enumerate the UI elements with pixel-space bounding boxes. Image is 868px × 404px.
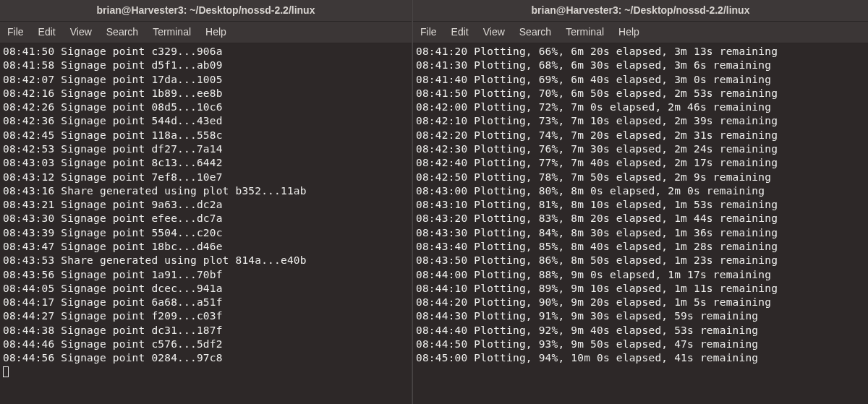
terminal-line: 08:44:10 Plotting, 89%, 9m 10s elapsed, … — [416, 282, 865, 296]
terminal-line: 08:45:00 Plotting, 94%, 10m 0s elapsed, … — [416, 351, 865, 365]
terminal-line: 08:42:40 Plotting, 77%, 7m 40s elapsed, … — [416, 156, 865, 170]
terminal-line: 08:43:47 Signage point 18bc...d46e — [3, 240, 409, 254]
terminal-line: 08:44:20 Plotting, 90%, 9m 20s elapsed, … — [416, 296, 865, 309]
terminal-line: 08:43:03 Signage point 8c13...6442 — [3, 156, 409, 170]
window-title-right: brian@Harvester3: ~/Desktop/nossd-2.2/li… — [413, 0, 868, 22]
terminal-line: 08:42:45 Signage point 118a...558c — [3, 129, 409, 142]
terminal-pane-left: brian@Harvester3: ~/Desktop/nossd-2.2/li… — [0, 0, 412, 404]
terminal-line: 08:44:50 Plotting, 93%, 9m 50s elapsed, … — [416, 338, 865, 351]
menu-edit[interactable]: Edit — [444, 26, 476, 38]
terminal-line: 08:43:50 Plotting, 86%, 8m 50s elapsed, … — [416, 254, 865, 267]
terminal-line: 08:44:46 Signage point c576...5df2 — [3, 338, 409, 351]
terminal-line: 08:42:50 Plotting, 78%, 7m 50s elapsed, … — [416, 171, 865, 184]
menu-view[interactable]: View — [63, 26, 99, 38]
menubar-left: File Edit View Search Terminal Help — [0, 22, 412, 43]
terminal-line: 08:42:36 Signage point 544d...43ed — [3, 114, 409, 128]
terminal-line: 08:43:10 Plotting, 81%, 8m 10s elapsed, … — [416, 198, 865, 212]
terminal-line: 08:42:10 Plotting, 73%, 7m 10s elapsed, … — [416, 114, 865, 128]
terminal-line: 08:44:30 Plotting, 91%, 9m 30s elapsed, … — [416, 309, 865, 323]
terminal-line: 08:42:00 Plotting, 72%, 7m 0s elapsed, 2… — [416, 100, 865, 114]
terminal-line: 08:43:30 Plotting, 84%, 8m 30s elapsed, … — [416, 226, 865, 240]
terminal-line: 08:42:26 Signage point 08d5...10c6 — [3, 100, 409, 114]
terminal-line: 08:41:20 Plotting, 66%, 6m 20s elapsed, … — [416, 45, 865, 59]
menu-edit[interactable]: Edit — [31, 26, 63, 38]
terminal-line: 08:41:50 Plotting, 70%, 6m 50s elapsed, … — [416, 87, 865, 100]
menu-help[interactable]: Help — [611, 26, 647, 38]
terminal-line: 08:43:00 Plotting, 80%, 8m 0s elapsed, 2… — [416, 184, 865, 198]
menu-terminal[interactable]: Terminal — [558, 26, 611, 38]
terminal-line: 08:43:12 Signage point 7ef8...10e7 — [3, 171, 409, 184]
cursor-icon — [3, 366, 9, 377]
terminal-line: 08:44:38 Signage point dc31...187f — [3, 324, 409, 338]
terminal-line: 08:41:30 Plotting, 68%, 6m 30s elapsed, … — [416, 59, 865, 72]
terminal-line: 08:44:00 Plotting, 88%, 9m 0s elapsed, 1… — [416, 268, 865, 282]
menu-view[interactable]: View — [476, 26, 512, 38]
terminal-line: 08:43:16 Share generated using plot b352… — [3, 184, 409, 198]
terminal-line: 08:43:56 Signage point 1a91...70bf — [3, 268, 409, 282]
terminal-output-left[interactable]: 08:41:50 Signage point c329...906a08:41:… — [0, 43, 412, 404]
terminal-line: 08:43:20 Plotting, 83%, 8m 20s elapsed, … — [416, 212, 865, 225]
terminal-line: 08:44:17 Signage point 6a68...a51f — [3, 296, 409, 309]
terminal-line: 08:44:56 Signage point 0284...97c8 — [3, 351, 409, 365]
terminal-output-right[interactable]: 08:41:20 Plotting, 66%, 6m 20s elapsed, … — [413, 43, 868, 404]
terminal-line: 08:41:40 Plotting, 69%, 6m 40s elapsed, … — [416, 73, 865, 87]
menu-help[interactable]: Help — [198, 26, 234, 38]
terminal-line: 08:43:30 Signage point efee...dc7a — [3, 212, 409, 225]
menu-file[interactable]: File — [419, 26, 444, 38]
terminal-line: 08:41:50 Signage point c329...906a — [3, 45, 409, 59]
terminal-line: 08:42:07 Signage point 17da...1005 — [3, 73, 409, 87]
menu-search[interactable]: Search — [512, 26, 558, 38]
menubar-right: File Edit View Search Terminal Help — [413, 22, 868, 43]
menu-search[interactable]: Search — [99, 26, 145, 38]
terminal-pane-right: brian@Harvester3: ~/Desktop/nossd-2.2/li… — [412, 0, 868, 404]
terminal-line: 08:43:21 Signage point 9a63...dc2a — [3, 198, 409, 212]
menu-terminal[interactable]: Terminal — [145, 26, 198, 38]
window-title-left: brian@Harvester3: ~/Desktop/nossd-2.2/li… — [0, 0, 412, 22]
terminal-line: 08:44:40 Plotting, 92%, 9m 40s elapsed, … — [416, 324, 865, 338]
terminal-line: 08:41:58 Signage point d5f1...ab09 — [3, 59, 409, 72]
terminal-line: 08:42:30 Plotting, 76%, 7m 30s elapsed, … — [416, 142, 865, 156]
terminal-line: 08:44:27 Signage point f209...c03f — [3, 309, 409, 323]
terminal-line: 08:42:53 Signage point df27...7a14 — [3, 142, 409, 156]
terminal-line: 08:42:16 Signage point 1b89...ee8b — [3, 87, 409, 100]
terminal-line: 08:43:39 Signage point 5504...c20c — [3, 226, 409, 240]
terminal-line: 08:42:20 Plotting, 74%, 7m 20s elapsed, … — [416, 129, 865, 142]
terminal-line: 08:43:40 Plotting, 85%, 8m 40s elapsed, … — [416, 240, 865, 254]
menu-file[interactable]: File — [6, 26, 31, 38]
terminal-line: 08:44:05 Signage point dcec...941a — [3, 282, 409, 296]
terminal-line: 08:43:53 Share generated using plot 814a… — [3, 254, 409, 267]
